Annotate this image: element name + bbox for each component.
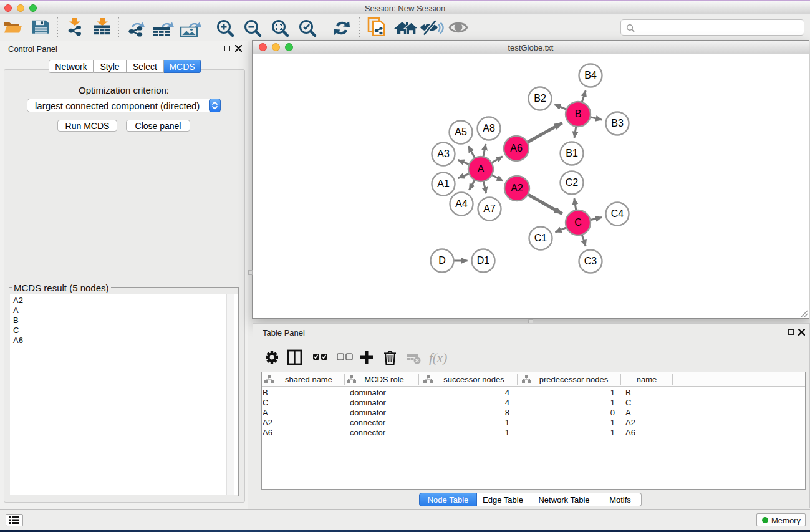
svg-text:A6: A6 bbox=[510, 143, 523, 153]
svg-text:D: D bbox=[438, 255, 446, 266]
svg-text:C3: C3 bbox=[584, 256, 597, 266]
svg-text:C: C bbox=[574, 217, 582, 228]
svg-text:shared name: shared name bbox=[285, 375, 332, 384]
svg-text:B3: B3 bbox=[611, 118, 624, 128]
svg-text:MCDS role: MCDS role bbox=[364, 375, 404, 384]
svg-text:C1: C1 bbox=[534, 233, 547, 243]
svg-text:name: name bbox=[637, 375, 657, 384]
svg-text:B: B bbox=[575, 109, 582, 119]
svg-text:A1: A1 bbox=[437, 178, 450, 189]
svg-text:A5: A5 bbox=[455, 127, 467, 137]
svg-text:A: A bbox=[478, 163, 485, 174]
svg-text:B2: B2 bbox=[534, 93, 546, 104]
svg-text:A3: A3 bbox=[437, 148, 450, 159]
svg-text:A7: A7 bbox=[483, 203, 496, 214]
svg-text:A2: A2 bbox=[511, 183, 523, 193]
svg-text:successor nodes: successor nodes bbox=[443, 375, 504, 384]
svg-text:D1: D1 bbox=[477, 255, 490, 266]
svg-text:predecessor nodes: predecessor nodes bbox=[539, 375, 609, 384]
svg-text:C2: C2 bbox=[566, 177, 579, 188]
svg-text:A4: A4 bbox=[455, 198, 468, 209]
svg-text:f(x): f(x) bbox=[429, 351, 447, 365]
svg-text:C4: C4 bbox=[611, 208, 624, 219]
svg-text:B4: B4 bbox=[584, 70, 597, 80]
svg-text:A8: A8 bbox=[483, 123, 495, 133]
svg-text:B1: B1 bbox=[566, 148, 578, 158]
